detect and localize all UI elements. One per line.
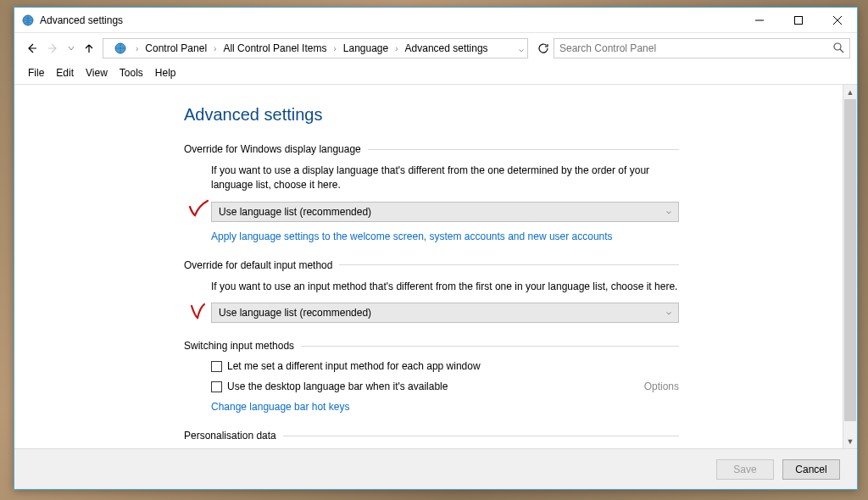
checkbox-label: Use the desktop language bar when it's a… <box>227 381 448 392</box>
section-description: If you want to use a display language th… <box>211 164 679 193</box>
svg-rect-2 <box>795 16 803 24</box>
maximize-button[interactable] <box>779 8 818 33</box>
recent-dropdown[interactable] <box>65 38 77 58</box>
scroll-up-icon[interactable]: ▲ <box>843 85 857 99</box>
up-button[interactable] <box>79 38 99 58</box>
scroll-thumb[interactable] <box>844 99 856 421</box>
svg-point-6 <box>834 43 841 50</box>
search-box[interactable] <box>554 38 850 58</box>
section-personalisation: Personalisation data This data is only u… <box>184 430 679 448</box>
section-header-label: Switching input methods <box>184 340 294 352</box>
dropdown-value: Use language list (recommended) <box>219 206 371 218</box>
section-description: If you want to use an input method that'… <box>211 280 679 294</box>
menu-help[interactable]: Help <box>150 65 181 81</box>
breadcrumb-item[interactable]: Language <box>340 41 392 56</box>
apply-settings-link[interactable]: Apply language settings to the welcome s… <box>211 231 613 242</box>
breadcrumb-item[interactable]: Advanced settings <box>402 41 492 56</box>
navbar: › Control Panel › All Control Panel Item… <box>14 33 857 64</box>
options-link[interactable]: Options <box>644 381 679 392</box>
chevron-right-icon: › <box>132 44 142 53</box>
input-method-dropdown[interactable]: Use language list (recommended) <box>211 303 679 323</box>
chevron-right-icon: › <box>392 44 401 53</box>
section-header-label: Override for Windows display language <box>184 143 361 155</box>
window: Advanced settings <box>14 7 858 490</box>
checkbox-label: Let me set a different input method for … <box>227 360 481 372</box>
annotation-checkmark-icon <box>187 198 213 219</box>
language-icon <box>112 40 129 57</box>
display-language-dropdown[interactable]: Use language list (recommended) <box>211 202 679 222</box>
minimize-button[interactable] <box>740 8 779 33</box>
dropdown-value: Use language list (recommended) <box>219 307 371 319</box>
app-icon <box>21 14 35 27</box>
menubar: File Edit View Tools Help <box>14 64 857 82</box>
divider <box>339 264 679 265</box>
breadcrumb-item[interactable]: All Control Panel Items <box>220 41 330 56</box>
checkbox-per-app[interactable] <box>211 361 222 372</box>
menu-file[interactable]: File <box>23 65 49 81</box>
address-bar[interactable]: › Control Panel › All Control Panel Item… <box>103 38 528 58</box>
search-input[interactable] <box>559 42 829 54</box>
menu-edit[interactable]: Edit <box>51 65 79 81</box>
checkbox-language-bar[interactable] <box>211 381 222 392</box>
scrollbar[interactable]: ▲ ▼ <box>843 85 857 448</box>
button-bar: Save Cancel <box>14 448 857 489</box>
checkbox-row-per-app[interactable]: Let me set a different input method for … <box>211 360 679 372</box>
chevron-right-icon: › <box>330 44 339 53</box>
search-icon[interactable] <box>832 42 844 56</box>
section-input-method: Override for default input method If you… <box>184 259 679 323</box>
divider <box>368 149 679 150</box>
breadcrumb-item[interactable]: Control Panel <box>142 41 210 56</box>
titlebar: Advanced settings <box>14 8 857 33</box>
content-area: Advanced settings Override for Windows d… <box>14 85 857 448</box>
divider <box>301 346 679 347</box>
chevron-right-icon: › <box>210 44 220 53</box>
svg-line-7 <box>840 49 843 53</box>
refresh-button[interactable] <box>535 42 552 54</box>
scroll-down-icon[interactable]: ▼ <box>843 434 857 448</box>
window-title: Advanced settings <box>40 14 123 26</box>
forward-button[interactable] <box>43 38 64 58</box>
section-header-label: Personalisation data <box>184 430 276 442</box>
close-button[interactable] <box>818 8 857 33</box>
section-switching: Switching input methods Let me set a dif… <box>184 340 679 413</box>
save-button[interactable]: Save <box>716 459 774 480</box>
back-button[interactable] <box>21 38 42 58</box>
menu-tools[interactable]: Tools <box>114 65 148 81</box>
hotkeys-link[interactable]: Change language bar hot keys <box>211 401 349 413</box>
chevron-down-icon[interactable]: ⌵ <box>519 44 524 53</box>
checkbox-row-language-bar[interactable]: Use the desktop language bar when it's a… <box>211 381 679 392</box>
menu-view[interactable]: View <box>81 65 113 81</box>
cancel-button[interactable]: Cancel <box>782 459 840 480</box>
divider <box>283 436 679 436</box>
page-title: Advanced settings <box>184 105 679 125</box>
section-display-language: Override for Windows display language If… <box>184 143 679 242</box>
section-header-label: Override for default input method <box>184 259 332 271</box>
